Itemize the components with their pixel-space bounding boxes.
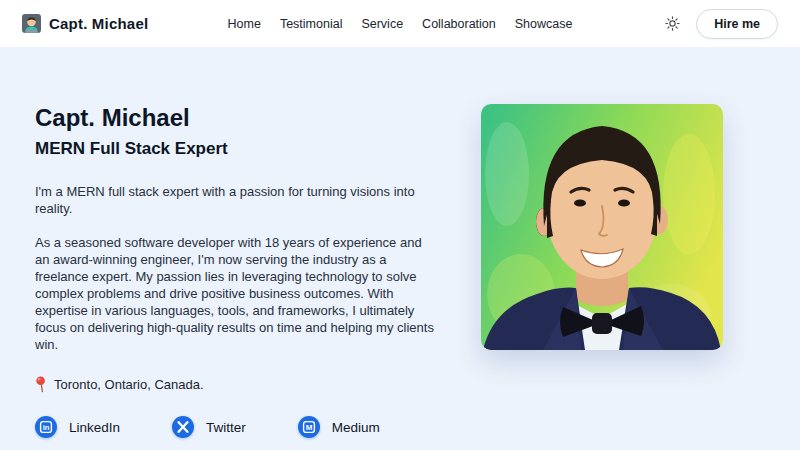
technologist-logo-icon xyxy=(22,14,41,33)
hire-me-button[interactable]: Hire me xyxy=(696,9,778,39)
nav-item-testimonial[interactable]: Testimonial xyxy=(280,17,343,31)
linkedin-label: LinkedIn xyxy=(69,420,120,435)
social-links: in LinkedIn Twitter M xyxy=(35,416,439,438)
twitter-link[interactable]: Twitter xyxy=(172,416,246,438)
hero-text-column: Capt. Michael MERN Full Stack Expert I'm… xyxy=(35,104,439,438)
hero-section: Capt. Michael MERN Full Stack Expert I'm… xyxy=(0,47,800,450)
navbar: Capt. Michael Home Testimonial Service C… xyxy=(0,0,800,47)
brand-name: Capt. Michael xyxy=(49,15,148,32)
profile-photo xyxy=(481,104,723,350)
hero-intro: I'm a MERN full stack expert with a pass… xyxy=(35,183,439,217)
nav-item-service[interactable]: Service xyxy=(361,17,403,31)
twitter-label: Twitter xyxy=(206,420,246,435)
nav-item-showcase[interactable]: Showcase xyxy=(515,17,573,31)
svg-text:in: in xyxy=(43,423,50,432)
sun-icon xyxy=(664,15,681,32)
brand[interactable]: Capt. Michael xyxy=(22,14,148,33)
svg-text:M: M xyxy=(305,423,312,432)
linkedin-icon: in xyxy=(35,416,57,438)
nav-item-collaboration[interactable]: Collaboration xyxy=(422,17,496,31)
hero-bio: As a seasoned software developer with 18… xyxy=(35,234,439,353)
hero-role: MERN Full Stack Expert xyxy=(35,138,439,159)
hero-name: Capt. Michael xyxy=(35,104,439,132)
navbar-controls: Hire me xyxy=(662,9,778,39)
linkedin-link[interactable]: in LinkedIn xyxy=(35,416,120,438)
theme-toggle-button[interactable] xyxy=(662,14,682,34)
medium-label: Medium xyxy=(332,420,380,435)
medium-link[interactable]: M Medium xyxy=(298,416,380,438)
location-text: Toronto, Ontario, Canada. xyxy=(54,377,204,392)
medium-icon: M xyxy=(298,416,320,438)
twitter-x-icon xyxy=(172,416,194,438)
nav-item-home[interactable]: Home xyxy=(228,17,261,31)
pushpin-icon xyxy=(35,376,47,393)
main-nav: Home Testimonial Service Collaboration S… xyxy=(228,0,573,47)
location: Toronto, Ontario, Canada. xyxy=(35,376,439,393)
